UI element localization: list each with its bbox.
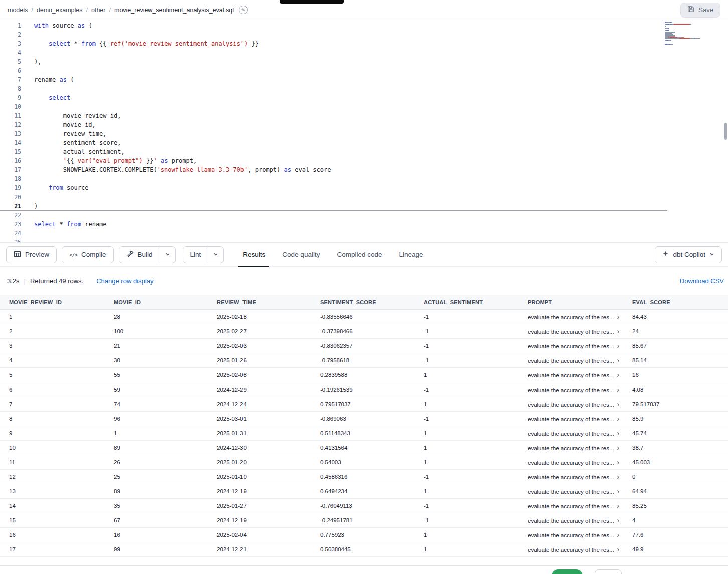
- editor-line[interactable]: 8: [0, 84, 728, 93]
- minimap-line: [665, 43, 724, 43]
- breadcrumb-segment[interactable]: models: [8, 7, 28, 14]
- prompt-cell: evaluate the accuracy of the res...›: [519, 397, 623, 412]
- table-cell: 1: [105, 426, 208, 441]
- table-cell: 45.003: [623, 455, 728, 470]
- expand-cell-chevron-icon[interactable]: ›: [617, 487, 620, 495]
- line-number: 20: [0, 193, 21, 202]
- table-row: 912025-01-310.511483431evaluate the accu…: [0, 426, 728, 441]
- expand-cell-chevron-icon[interactable]: ›: [617, 545, 620, 553]
- expand-cell-chevron-icon[interactable]: ›: [617, 342, 620, 350]
- editor-line[interactable]: 9 select: [0, 93, 728, 102]
- table-row: 1282025-02-18-0.83556646-1evaluate the a…: [0, 310, 728, 324]
- build-options-dropdown[interactable]: [160, 246, 176, 263]
- editor-line[interactable]: 5),: [0, 57, 728, 66]
- editor-line[interactable]: 23select * from rename: [0, 220, 728, 229]
- editor-line[interactable]: 24: [0, 229, 728, 238]
- save-button[interactable]: Save: [680, 3, 720, 18]
- prompt-preview: evaluate the accuracy of the res...: [528, 343, 614, 349]
- sql-editor[interactable]: 1with source as (23 select * from {{ ref…: [0, 20, 728, 243]
- table-row: 16162025-02-040.7759231evaluate the accu…: [0, 528, 728, 542]
- table-cell: 2025-01-27: [208, 499, 311, 513]
- lint-options-dropdown[interactable]: [208, 246, 224, 263]
- editor-line[interactable]: 11 movie_review_id,: [0, 111, 728, 120]
- code-text: [21, 84, 34, 93]
- editor-line[interactable]: 7rename as (: [0, 75, 728, 84]
- table-cell: 85.9: [623, 412, 728, 426]
- chevron-down-icon: [165, 251, 170, 258]
- table-row: 11262025-01-200.540031evaluate the accur…: [0, 455, 728, 470]
- editor-line[interactable]: 25: [0, 238, 728, 243]
- edit-file-icon[interactable]: ✎: [239, 6, 248, 14]
- table-cell: 16: [105, 528, 208, 542]
- editor-line[interactable]: 12 movie_id,: [0, 120, 728, 129]
- editor-scrollbar-thumb[interactable]: [724, 123, 727, 140]
- expand-cell-chevron-icon[interactable]: ›: [617, 371, 620, 379]
- table-cell: 4: [0, 353, 105, 368]
- table-cell: 99: [105, 542, 208, 557]
- editor-line[interactable]: 18: [0, 174, 728, 183]
- expand-cell-chevron-icon[interactable]: ›: [617, 415, 620, 423]
- tab-code-quality[interactable]: Code quality: [274, 243, 328, 267]
- change-row-display-link[interactable]: Change row display: [96, 277, 153, 285]
- editor-line[interactable]: 4: [0, 48, 728, 57]
- expand-cell-chevron-icon[interactable]: ›: [617, 458, 620, 466]
- breadcrumb-segment[interactable]: other: [91, 7, 106, 14]
- breadcrumb-segment[interactable]: demo_examples: [37, 7, 83, 14]
- table-cell: 26: [105, 455, 208, 470]
- expand-cell-chevron-icon[interactable]: ›: [617, 516, 620, 524]
- prompt-preview: evaluate the accuracy of the res...: [528, 387, 614, 393]
- table-cell: -1: [415, 513, 519, 528]
- editor-line[interactable]: 16 '{{ var("eval_prompt") }}' as prompt,: [0, 156, 728, 165]
- minimap-line: [665, 41, 724, 41]
- minimap-line: [665, 24, 724, 24]
- editor-line[interactable]: 3 select * from {{ ref('movie_review_sen…: [0, 39, 728, 48]
- expand-cell-chevron-icon[interactable]: ›: [617, 356, 620, 364]
- table-cell: 85.25: [623, 499, 728, 513]
- editor-line[interactable]: 14 sentiment_score,: [0, 138, 728, 147]
- editor-line[interactable]: 19 from source: [0, 183, 728, 193]
- expand-cell-chevron-icon[interactable]: ›: [617, 473, 620, 481]
- tab-results[interactable]: Results: [234, 243, 274, 267]
- expand-cell-chevron-icon[interactable]: ›: [617, 313, 620, 321]
- minimap-line: [665, 39, 724, 39]
- editor-line[interactable]: 6: [0, 66, 728, 75]
- minimap-line: [665, 25, 724, 25]
- table-cell: 96: [105, 412, 208, 426]
- expand-cell-chevron-icon[interactable]: ›: [617, 502, 620, 510]
- bottom-green-button[interactable]: [552, 569, 583, 574]
- editor-minimap[interactable]: [665, 22, 724, 47]
- editor-line[interactable]: 13 review_time,: [0, 129, 728, 138]
- line-number: 12: [0, 120, 21, 129]
- lint-button[interactable]: Lint: [183, 246, 209, 263]
- expand-cell-chevron-icon[interactable]: ›: [617, 400, 620, 408]
- expand-cell-chevron-icon[interactable]: ›: [617, 444, 620, 452]
- expand-cell-chevron-icon[interactable]: ›: [617, 531, 620, 539]
- editor-line[interactable]: 2: [0, 30, 728, 39]
- editor-line[interactable]: 20: [0, 193, 728, 202]
- breadcrumb-segment[interactable]: movie_review_sentiment_analysis_eval.sql: [114, 7, 234, 14]
- prompt-preview: evaluate the accuracy of the res...: [528, 518, 614, 524]
- table-cell: 4: [623, 513, 728, 528]
- tab-lineage[interactable]: Lineage: [390, 243, 431, 267]
- bottom-white-button[interactable]: [595, 569, 622, 574]
- dbt-copilot-button[interactable]: dbt Copilot: [655, 246, 722, 263]
- preview-button[interactable]: Preview: [6, 246, 57, 263]
- editor-line[interactable]: 15 actual_sentiment,: [0, 147, 728, 156]
- editor-line[interactable]: 22: [0, 211, 728, 220]
- download-csv-link[interactable]: Download CSV: [680, 277, 725, 285]
- build-button[interactable]: Build: [119, 246, 160, 263]
- table-cell: 2025-02-03: [208, 339, 311, 353]
- editor-line[interactable]: 17 SNOWFLAKE.CORTEX.COMPLETE('snowflake-…: [0, 165, 728, 174]
- expand-cell-chevron-icon[interactable]: ›: [617, 429, 620, 437]
- expand-cell-chevron-icon[interactable]: ›: [617, 327, 620, 335]
- lint-button-group: Lint: [183, 246, 224, 263]
- line-number: 2: [0, 30, 21, 39]
- editor-line[interactable]: 1with source as (: [0, 21, 728, 30]
- editor-line[interactable]: 21): [0, 202, 667, 211]
- editor-line[interactable]: 10: [0, 102, 728, 111]
- tab-compiled-code[interactable]: Compiled code: [328, 243, 390, 267]
- expand-cell-chevron-icon[interactable]: ›: [617, 386, 620, 394]
- minimap-line: [665, 29, 724, 29]
- table-cell: 38.7: [623, 441, 728, 455]
- compile-button[interactable]: </> Compile: [62, 246, 114, 263]
